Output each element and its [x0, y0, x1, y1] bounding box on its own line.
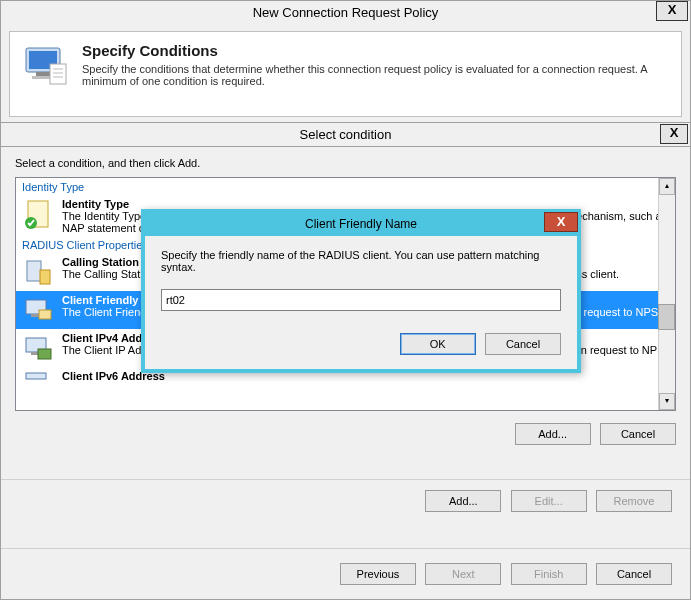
modal-title-bar: Client Friendly Name X	[144, 212, 578, 236]
add-condition-button[interactable]: Add...	[425, 490, 501, 512]
wizard-close-button[interactable]: X	[656, 1, 688, 21]
client-friendly-name-dialog: Client Friendly Name X Specify the frien…	[141, 209, 581, 373]
scroll-up-button[interactable]: ▴	[659, 178, 675, 195]
page-title: Specify Conditions	[82, 42, 669, 59]
ok-button[interactable]: OK	[400, 333, 476, 355]
listbox-scrollbar[interactable]: ▴ ▾	[658, 178, 675, 410]
svg-rect-11	[40, 270, 50, 284]
svg-rect-17	[38, 349, 51, 359]
svg-rect-14	[39, 310, 51, 319]
modal-close-button[interactable]: X	[544, 212, 578, 232]
select-condition-close-button[interactable]: X	[660, 124, 688, 144]
scroll-down-button[interactable]: ▾	[659, 393, 675, 410]
modal-cancel-button[interactable]: Cancel	[485, 333, 561, 355]
svg-rect-2	[36, 72, 50, 76]
section-identity-type: Identity Type	[16, 179, 675, 195]
document-checkmark-icon	[22, 198, 54, 230]
next-button[interactable]: Next	[425, 563, 501, 585]
svg-rect-18	[26, 373, 46, 379]
finish-button[interactable]: Finish	[511, 563, 587, 585]
modal-button-row: OK Cancel	[161, 333, 561, 355]
select-condition-instruction: Select a condition, and then click Add.	[15, 157, 676, 169]
wizard-header: Specify Conditions Specify the condition…	[9, 31, 682, 117]
svg-rect-4	[50, 64, 66, 84]
monitor-policy-icon	[22, 42, 70, 90]
modal-title: Client Friendly Name	[305, 217, 417, 231]
modal-description: Specify the friendly name of the RADIUS …	[161, 249, 561, 273]
computer-card-icon	[22, 332, 54, 364]
select-condition-title: Select condition	[300, 127, 392, 142]
sc-add-button[interactable]: Add...	[515, 423, 591, 445]
select-condition-buttons: Add... Cancel	[15, 423, 676, 445]
wizard-title: New Connection Request Policy	[253, 5, 439, 20]
select-condition-title-bar: Select condition X	[1, 123, 690, 147]
modal-body: Specify the friendly name of the RADIUS …	[145, 235, 577, 369]
wizard-nav-row: Previous Next Finish Cancel	[1, 548, 690, 599]
scroll-thumb[interactable]	[658, 304, 675, 330]
svg-rect-10	[27, 261, 41, 281]
computer-tag-icon	[22, 294, 54, 326]
server-phone-icon	[22, 256, 54, 288]
remove-condition-button[interactable]: Remove	[596, 490, 672, 512]
friendly-name-input[interactable]	[161, 289, 561, 311]
computer-icon	[22, 370, 54, 402]
wizard-header-text: Specify Conditions Specify the condition…	[82, 42, 669, 106]
page-description: Specify the conditions that determine wh…	[82, 63, 669, 87]
sc-cancel-button[interactable]: Cancel	[600, 423, 676, 445]
conditions-button-row: Add... Edit... Remove	[1, 479, 690, 522]
edit-condition-button[interactable]: Edit...	[511, 490, 587, 512]
cancel-button[interactable]: Cancel	[596, 563, 672, 585]
previous-button[interactable]: Previous	[340, 563, 416, 585]
wizard-title-bar: New Connection Request Policy X	[1, 1, 690, 25]
